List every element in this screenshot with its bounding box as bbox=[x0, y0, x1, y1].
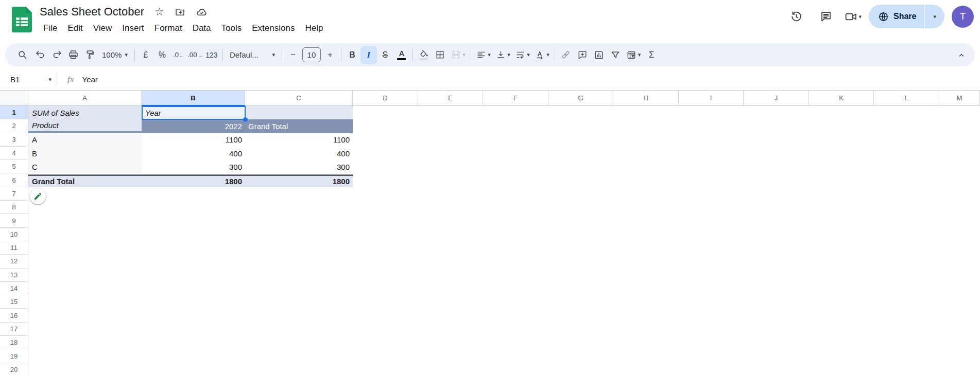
column-header-F[interactable]: F bbox=[483, 91, 548, 106]
strikethrough-button[interactable]: S bbox=[377, 46, 393, 64]
fill-color-button[interactable] bbox=[416, 46, 432, 64]
pivot-value-cell[interactable]: 300 bbox=[142, 160, 245, 173]
row-header-5[interactable]: 5 bbox=[0, 160, 28, 173]
row-header-15[interactable]: 15 bbox=[0, 295, 28, 309]
print-button[interactable] bbox=[65, 46, 81, 64]
text-color-button[interactable]: A bbox=[393, 46, 410, 64]
insert-link-button[interactable] bbox=[558, 46, 574, 64]
version-history-icon[interactable] bbox=[785, 5, 807, 28]
menu-insert[interactable]: Insert bbox=[117, 22, 149, 35]
text-wrap-button[interactable]: ▾ bbox=[513, 46, 532, 64]
edit-pivot-table-button[interactable] bbox=[30, 188, 46, 204]
share-button[interactable]: Share bbox=[869, 5, 924, 28]
account-avatar[interactable]: T bbox=[952, 6, 974, 28]
pivot-value-cell[interactable]: 1100 bbox=[245, 133, 353, 147]
cloud-status-icon[interactable] bbox=[196, 6, 208, 18]
column-header-L[interactable]: L bbox=[874, 91, 939, 106]
text-rotation-button[interactable]: ▾ bbox=[532, 46, 552, 64]
row-header-11[interactable]: 11 bbox=[0, 241, 28, 255]
pivot-empty-cell[interactable] bbox=[245, 106, 353, 119]
row-header-6[interactable]: 6 bbox=[0, 174, 28, 187]
pivot-value-cell[interactable]: 300 bbox=[245, 160, 353, 173]
horizontal-align-button[interactable]: ▾ bbox=[474, 46, 493, 64]
document-title[interactable]: Sales Sheet October bbox=[40, 5, 144, 19]
row-header-4[interactable]: 4 bbox=[0, 147, 28, 160]
row-header-16[interactable]: 16 bbox=[0, 309, 28, 323]
pivot-value-cell[interactable]: 400 bbox=[142, 147, 245, 160]
pivot-total-label-cell[interactable]: Grand Total bbox=[28, 174, 142, 187]
redo-button[interactable] bbox=[48, 46, 65, 64]
row-header-17[interactable]: 17 bbox=[0, 323, 28, 336]
number-format-button[interactable]: 123 bbox=[203, 46, 220, 64]
menu-edit[interactable]: Edit bbox=[62, 22, 88, 35]
insert-chart-button[interactable] bbox=[591, 46, 607, 64]
menu-tools[interactable]: Tools bbox=[216, 22, 247, 35]
font-family-select[interactable]: Defaul...▾ bbox=[226, 46, 279, 64]
share-dropdown-button[interactable]: ▾ bbox=[925, 5, 944, 28]
increase-font-size-button[interactable]: + bbox=[322, 46, 338, 64]
vertical-align-button[interactable]: ▾ bbox=[493, 46, 513, 64]
comments-icon[interactable] bbox=[815, 5, 837, 28]
pivot-value-cell[interactable]: 1100 bbox=[142, 133, 245, 147]
pivot-product-cell[interactable]: C bbox=[28, 160, 142, 173]
collapse-toolbar-button[interactable] bbox=[953, 46, 970, 64]
menu-data[interactable]: Data bbox=[187, 22, 216, 35]
functions-button[interactable]: Σ bbox=[643, 46, 660, 64]
undo-button[interactable] bbox=[32, 46, 48, 64]
name-box[interactable]: B1 ▾ bbox=[0, 75, 57, 84]
meet-dropdown-caret[interactable]: ▾ bbox=[858, 14, 862, 20]
menu-help[interactable]: Help bbox=[300, 22, 328, 35]
star-icon[interactable]: ☆ bbox=[154, 6, 164, 18]
row-header-9[interactable]: 9 bbox=[0, 214, 28, 227]
sheet-canvas[interactable]: SUM of SalesYearProduct2022Grand TotalA1… bbox=[28, 106, 980, 375]
create-filter-button[interactable] bbox=[607, 46, 624, 64]
meet-call-button[interactable]: ▾ bbox=[845, 10, 862, 23]
row-header-2[interactable]: 2 bbox=[0, 119, 28, 133]
menu-extensions[interactable]: Extensions bbox=[247, 22, 300, 35]
selected-cell-B1[interactable] bbox=[142, 106, 246, 120]
row-header-1[interactable]: 1 bbox=[0, 106, 28, 119]
filter-views-button[interactable]: ▾ bbox=[624, 46, 643, 64]
row-header-19[interactable]: 19 bbox=[0, 349, 28, 363]
row-header-20[interactable]: 20 bbox=[0, 363, 28, 375]
pivot-value-cell[interactable]: 400 bbox=[245, 147, 353, 160]
sheets-logo[interactable] bbox=[12, 7, 32, 32]
menu-view[interactable]: View bbox=[88, 22, 117, 35]
increase-decimal-button[interactable]: .00→ bbox=[187, 46, 203, 64]
italic-button[interactable]: I bbox=[360, 46, 377, 64]
pivot-product-cell[interactable]: A bbox=[28, 133, 142, 147]
row-header-3[interactable]: 3 bbox=[0, 133, 28, 147]
percent-format-button[interactable]: % bbox=[154, 46, 170, 64]
row-header-18[interactable]: 18 bbox=[0, 336, 28, 349]
column-header-I[interactable]: I bbox=[679, 91, 744, 106]
bold-button[interactable]: B bbox=[344, 46, 360, 64]
column-header-K[interactable]: K bbox=[809, 91, 874, 106]
column-header-A[interactable]: A bbox=[28, 91, 142, 106]
move-folder-icon[interactable] bbox=[175, 7, 185, 17]
currency-format-button[interactable]: £ bbox=[137, 46, 154, 64]
column-header-C[interactable]: C bbox=[245, 91, 353, 106]
row-header-13[interactable]: 13 bbox=[0, 269, 28, 282]
row-header-8[interactable]: 8 bbox=[0, 201, 28, 214]
pivot-year-header-cell[interactable]: 2022 bbox=[142, 119, 245, 133]
column-header-D[interactable]: D bbox=[353, 91, 418, 106]
row-header-7[interactable]: 7 bbox=[0, 187, 28, 201]
pivot-summary-cell[interactable]: SUM of Sales bbox=[28, 106, 142, 119]
column-header-B[interactable]: B bbox=[142, 91, 245, 106]
paint-format-button[interactable] bbox=[81, 46, 98, 64]
search-icon[interactable] bbox=[12, 46, 32, 64]
column-header-H[interactable]: H bbox=[613, 91, 679, 106]
row-header-10[interactable]: 10 bbox=[0, 228, 28, 241]
font-size-input[interactable]: 10 bbox=[302, 47, 321, 62]
row-header-12[interactable]: 12 bbox=[0, 255, 28, 268]
column-header-E[interactable]: E bbox=[418, 91, 483, 106]
pivot-product-cell[interactable]: B bbox=[28, 147, 142, 160]
decrease-font-size-button[interactable]: − bbox=[285, 46, 301, 64]
pivot-total-value-cell[interactable]: 1800 bbox=[142, 174, 245, 187]
menu-file[interactable]: File bbox=[38, 22, 62, 35]
formula-input[interactable]: Year bbox=[82, 75, 98, 84]
column-header-G[interactable]: G bbox=[548, 91, 613, 106]
insert-comment-button[interactable] bbox=[574, 46, 591, 64]
decrease-decimal-button[interactable]: .0← bbox=[170, 46, 187, 64]
pivot-row-field-cell[interactable]: Product bbox=[28, 119, 142, 133]
